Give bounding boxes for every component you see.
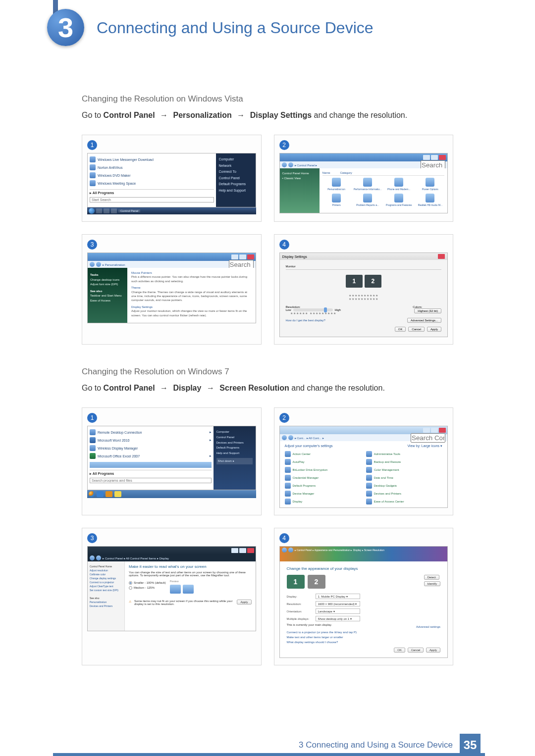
side-link: Personalization bbox=[90, 600, 122, 604]
back-icon bbox=[282, 162, 287, 167]
option-smaller: Smaller - 100% (default) bbox=[134, 581, 166, 584]
resolution-select[interactable]: 1600 × 900 (recommended) ▾ bbox=[316, 601, 360, 606]
display-window: ▸ Control Panel ▸ All Control Panel Item… bbox=[87, 546, 256, 631]
start-right-item: Help and Support bbox=[216, 451, 253, 456]
placeholder-text: ★★★★★★★★★★★★★★★★★★★★ bbox=[286, 294, 442, 301]
projector-link[interactable]: Connect to a projector (or press the ⊞ k… bbox=[287, 630, 441, 634]
cp-item: Printers bbox=[322, 194, 351, 206]
cancel-button[interactable]: Cancel bbox=[408, 327, 425, 332]
apply-button[interactable]: Apply bbox=[427, 327, 441, 332]
path-display-settings: Display Settings bbox=[250, 111, 312, 119]
cp-item: Realtek HD Audio M... bbox=[416, 194, 444, 206]
control-panel-window: ▸ Control Panel ▸ Control Panel Home • C… bbox=[279, 153, 448, 213]
forward-icon bbox=[288, 435, 293, 440]
arrow-icon: → bbox=[160, 384, 168, 392]
win7-heading: Changing the Resolution on Windows 7 bbox=[82, 367, 453, 377]
radio-icon[interactable] bbox=[129, 581, 132, 585]
item-title: Mouse Pointers bbox=[131, 271, 152, 274]
cp-item: Color Management bbox=[366, 467, 442, 473]
path-control-panel: Control Panel bbox=[104, 111, 155, 119]
side-link: Taskbar and Start Menu bbox=[90, 294, 125, 299]
col-header: Name bbox=[322, 171, 330, 174]
side-link: Adjust font size (DPI) bbox=[90, 282, 125, 287]
orientation-label: Orientation: bbox=[287, 610, 312, 613]
main-heading: Make it easier to read what's on your sc… bbox=[129, 564, 252, 569]
apply-button[interactable]: Apply bbox=[237, 600, 251, 605]
display-select[interactable]: 1. Mobile PC Display ▾ bbox=[316, 594, 360, 599]
start-right-item: Network bbox=[219, 163, 253, 169]
breadcrumb: ▸ Personalization bbox=[103, 263, 227, 266]
dialog-title: Display Settings bbox=[282, 255, 307, 258]
ok-button[interactable]: OK bbox=[394, 648, 405, 653]
view-by[interactable]: View by: Large icons ▾ bbox=[408, 444, 442, 448]
start-right-item: Control Panel bbox=[216, 435, 253, 440]
text-size-link[interactable]: Make text and other items larger or smal… bbox=[287, 636, 441, 639]
chapter-badge: 3 bbox=[47, 9, 84, 46]
arrow-icon: → bbox=[237, 111, 245, 119]
advanced-link[interactable]: Advanced settings bbox=[416, 625, 440, 628]
advanced-button[interactable]: Advanced Settings... bbox=[407, 318, 441, 323]
side-heading: See also bbox=[90, 596, 122, 600]
start-search[interactable] bbox=[90, 197, 214, 202]
current-display-text: This is currently your main display. bbox=[287, 623, 332, 628]
screenshot-vista-1: 1 Windows Live Messenger Download Norton… bbox=[82, 135, 262, 222]
page-footer: 3 Connecting and Using a Source Device 3… bbox=[0, 734, 535, 756]
cp-item: Devices and Printers bbox=[366, 491, 442, 497]
start-menu: Remote Desktop Connection ▸ Microsoft Wo… bbox=[87, 426, 256, 490]
orientation-select[interactable]: Landscape ▾ bbox=[316, 608, 360, 614]
cp-item: Personalizat ion bbox=[322, 178, 351, 191]
shutdown-button: Shut down ▸ bbox=[216, 458, 253, 464]
close-icon bbox=[438, 254, 445, 259]
all-programs: ▸ All Programs bbox=[90, 189, 214, 195]
forward-icon bbox=[288, 548, 293, 553]
monitor-2: 2 bbox=[365, 275, 381, 288]
identify-button[interactable]: Identify bbox=[424, 581, 440, 586]
resolution-label: Resolution: bbox=[287, 603, 312, 605]
colors-select[interactable]: Highest (32 bit) bbox=[414, 308, 441, 313]
resolution-slider[interactable] bbox=[293, 308, 333, 311]
start-right-item: Control Panel bbox=[219, 175, 253, 182]
start-search[interactable] bbox=[90, 478, 212, 483]
side-link: Set custom text size (DPI) bbox=[90, 588, 122, 592]
chapter-title: Connecting and Using a Source Device bbox=[97, 19, 374, 37]
cp-item: Administrative Tools bbox=[366, 451, 442, 457]
breadcrumb: ▸ Control Panel ▸ Appearance and Persona… bbox=[295, 549, 446, 552]
cancel-button[interactable]: Cancel bbox=[408, 648, 424, 653]
back-icon bbox=[282, 548, 287, 553]
step-number: 4 bbox=[279, 533, 289, 543]
search-input[interactable] bbox=[411, 433, 445, 443]
start-item: Norton AntiVirus bbox=[90, 163, 214, 171]
detect-button[interactable]: Detect bbox=[424, 575, 439, 580]
side-heading: See also bbox=[90, 289, 125, 294]
main-heading: Change the appearance of your displays bbox=[287, 566, 441, 571]
breadcrumb: ▸ Control Panel ▸ All Control Panel Item… bbox=[103, 556, 254, 560]
forward-icon bbox=[288, 162, 293, 167]
multiple-select[interactable]: Show desktop only on 1 ▾ bbox=[316, 616, 360, 621]
cp-item: Programs and Features bbox=[385, 194, 413, 206]
ok-button[interactable]: OK bbox=[395, 327, 406, 332]
cp-item: Problem Reports a... bbox=[354, 194, 382, 206]
help-link[interactable]: How do I get the best display? bbox=[286, 319, 325, 322]
text: and change the resolution. bbox=[314, 111, 408, 119]
cp-item: Phone and Modem... bbox=[385, 178, 413, 191]
help-link[interactable]: What display settings should I choose? bbox=[287, 641, 441, 644]
taskbar: Control Panel bbox=[87, 207, 256, 214]
side-link: Classic View bbox=[284, 177, 301, 180]
cp-item: Power Options bbox=[416, 178, 444, 191]
start-orb-icon bbox=[89, 491, 95, 497]
path-control-panel: Control Panel bbox=[104, 384, 155, 392]
side-link: Connect to a projector bbox=[90, 580, 122, 584]
start-menu: Windows Live Messenger Download Norton A… bbox=[87, 153, 256, 207]
apply-button[interactable]: Apply bbox=[426, 648, 440, 653]
close-icon bbox=[439, 155, 446, 160]
path-display: Display bbox=[173, 384, 202, 392]
screen-resolution-window: ▸ Control Panel ▸ Appearance and Persona… bbox=[279, 546, 448, 658]
taskbar-label: Control Panel bbox=[118, 209, 140, 212]
start-right-item: Default Programs bbox=[216, 445, 253, 451]
side-link: Calibrate color bbox=[90, 572, 122, 576]
screenshot-win7-2: 2 ▸ Cont... ▸ All Cont... ▸ Adjust your … bbox=[274, 407, 454, 515]
start-item: Microsoft Office Excel 2007 ▸ bbox=[90, 452, 212, 460]
item-desc: Change the theme. Themes can change a wi… bbox=[131, 291, 247, 302]
cp-item: AutoPlay bbox=[285, 459, 361, 465]
radio-icon[interactable] bbox=[129, 586, 132, 590]
